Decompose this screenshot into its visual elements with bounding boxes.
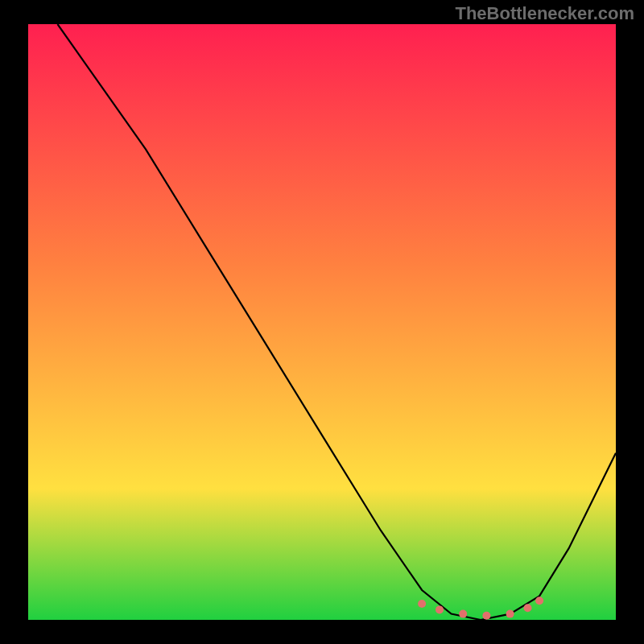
highlight-dot xyxy=(482,612,490,620)
highlight-dot xyxy=(524,604,532,612)
chart-svg xyxy=(28,24,616,620)
chart-area xyxy=(28,24,616,620)
highlight-dot xyxy=(436,605,444,613)
highlight-dot xyxy=(506,610,514,618)
highlight-dot xyxy=(459,610,467,618)
highlight-dot xyxy=(535,597,543,605)
chart-background xyxy=(28,24,616,620)
watermark-text: TheBottlenecker.com xyxy=(455,3,634,24)
highlight-dot xyxy=(418,600,426,608)
